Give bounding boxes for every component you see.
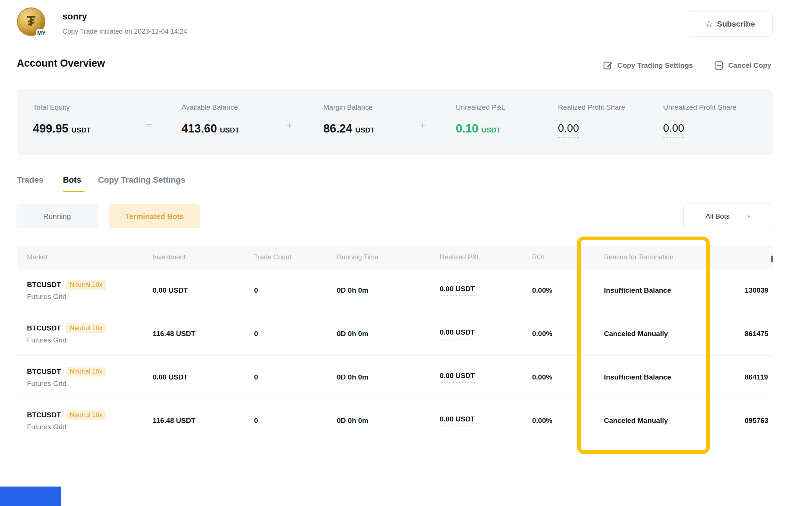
strategy-badge: Neutral 10x	[66, 410, 106, 420]
reason-cell: Insufficient Balance	[604, 286, 745, 295]
reason-cell: Canceled Manually	[604, 330, 745, 338]
col-reason: Reason for Termination	[604, 253, 745, 261]
copy-trading-page: ₮ MY sonry Copy Trade Initiated on 2023-…	[0, 0, 812, 506]
plus-operator: +	[287, 120, 292, 131]
strategy-badge: Neutral 10x	[66, 367, 106, 377]
investment-cell: 116.48 USDT	[153, 330, 254, 338]
chevron-down-icon: ▾	[748, 213, 750, 219]
trader-name: sonry	[62, 11, 87, 22]
market-cell: BTCUSDTNeutral 10x Futures Grid	[27, 280, 153, 301]
realized-pnl-cell: 0.00 USDT	[440, 415, 532, 426]
trade-count-cell: 0	[254, 330, 337, 338]
market-cell: BTCUSDTNeutral 10x Futures Grid	[27, 367, 153, 388]
avatar-country-badge: MY	[36, 29, 47, 37]
bottom-left-blue-strip	[0, 487, 61, 506]
subscribe-label: Subscribe	[717, 19, 755, 28]
equals-operator: =	[146, 120, 152, 131]
reason-cell: Insufficient Balance	[604, 373, 745, 381]
tab-copy-trading-settings[interactable]: Copy Trading Settings	[98, 175, 185, 185]
realized-pnl-cell: 0.00 USDT	[440, 285, 532, 296]
investment-cell: 116.48 USDT	[153, 417, 254, 425]
table-row[interactable]: BTCUSDTNeutral 10x Futures Grid 0.00 USD…	[17, 269, 773, 312]
tabs-divider	[17, 192, 773, 192]
all-bots-dropdown[interactable]: All Bots ▾	[683, 203, 772, 229]
strategy-badge: Neutral 10x	[66, 323, 106, 333]
col-realized-pnl: Realized P&L	[440, 253, 532, 261]
table-row[interactable]: BTCUSDTNeutral 10x Futures Grid 0.00 USD…	[17, 356, 773, 399]
terminated-bots-filter-button[interactable]: Terminated Bots	[109, 204, 200, 228]
account-overview-panel: Total Equity 499.95USDT = Available Bala…	[17, 89, 773, 155]
bot-id-cell: 864119	[745, 373, 773, 381]
cancel-copy-link[interactable]: Cancel Copy	[714, 61, 771, 70]
tab-trades[interactable]: Trades	[17, 175, 43, 185]
bot-type: Futures Grid	[27, 423, 153, 431]
roi-cell: 0.00%	[532, 330, 604, 338]
plus-operator: +	[420, 120, 425, 131]
cancel-copy-label: Cancel Copy	[728, 61, 771, 70]
tether-coin-icon: ₮	[18, 13, 45, 30]
table-row[interactable]: BTCUSDTNeutral 10x Futures Grid 116.48 U…	[17, 312, 773, 356]
col-roi: ROI	[532, 253, 604, 261]
terminated-bots-table: Market Investment Trade Count Running Ti…	[17, 246, 773, 442]
bot-type: Futures Grid	[27, 336, 153, 344]
realized-pnl-cell: 0.00 USDT	[440, 372, 532, 383]
col-trade-count: Trade Count	[254, 253, 337, 261]
subscribe-button[interactable]: ☆ Subscribe	[687, 11, 773, 37]
running-time-cell: 0D 0h 0m	[337, 417, 440, 425]
col-running-time: Running Time	[337, 253, 440, 261]
strategy-badge: Neutral 10x	[66, 280, 106, 290]
bot-id-cell: 130039	[745, 286, 773, 295]
trade-count-cell: 0	[254, 417, 337, 425]
bot-type: Futures Grid	[27, 293, 153, 301]
col-investment: Investment	[153, 253, 254, 261]
table-row[interactable]: BTCUSDTNeutral 10x Futures Grid 116.48 U…	[17, 399, 773, 442]
investment-cell: 0.00 USDT	[153, 373, 254, 381]
star-icon: ☆	[705, 19, 713, 29]
roi-cell: 0.00%	[532, 417, 604, 425]
reason-cell: Canceled Manually	[604, 417, 745, 425]
bot-id-cell: 095763	[745, 417, 773, 425]
market-cell: BTCUSDTNeutral 10x Futures Grid	[27, 410, 153, 431]
roi-cell: 0.00%	[532, 373, 604, 381]
all-bots-dropdown-value: All Bots	[705, 212, 729, 220]
table-header-row: Market Investment Trade Count Running Ti…	[17, 246, 773, 269]
copy-trade-initiated-text: Copy Trade Initiated on 2023-12-04 14:24	[62, 28, 187, 36]
trade-count-cell: 0	[254, 286, 337, 295]
bot-type: Futures Grid	[27, 380, 153, 388]
minus-square-icon	[714, 61, 724, 70]
col-market: Market	[27, 253, 153, 261]
page-title: Account Overview	[17, 58, 105, 69]
stats-divider	[539, 108, 539, 138]
trade-count-cell: 0	[254, 373, 337, 381]
market-cell: BTCUSDTNeutral 10x Futures Grid	[27, 323, 153, 344]
copy-trading-settings-link[interactable]: Copy Trading Settings	[603, 61, 693, 70]
investment-cell: 0.00 USDT	[153, 286, 254, 295]
copy-trading-settings-label: Copy Trading Settings	[617, 61, 693, 70]
trader-avatar[interactable]: ₮ MY	[17, 7, 45, 36]
running-filter-button[interactable]: Running	[16, 204, 98, 228]
running-time-cell: 0D 0h 0m	[337, 286, 440, 295]
running-time-cell: 0D 0h 0m	[337, 373, 440, 381]
running-time-cell: 0D 0h 0m	[337, 330, 440, 338]
clipped-column-header-fragment	[771, 256, 773, 262]
realized-pnl-cell: 0.00 USDT	[440, 328, 532, 339]
roi-cell: 0.00%	[532, 286, 604, 295]
edit-icon	[603, 61, 613, 70]
bot-id-cell: 861475	[745, 330, 773, 338]
tab-bots[interactable]: Bots	[63, 175, 81, 185]
